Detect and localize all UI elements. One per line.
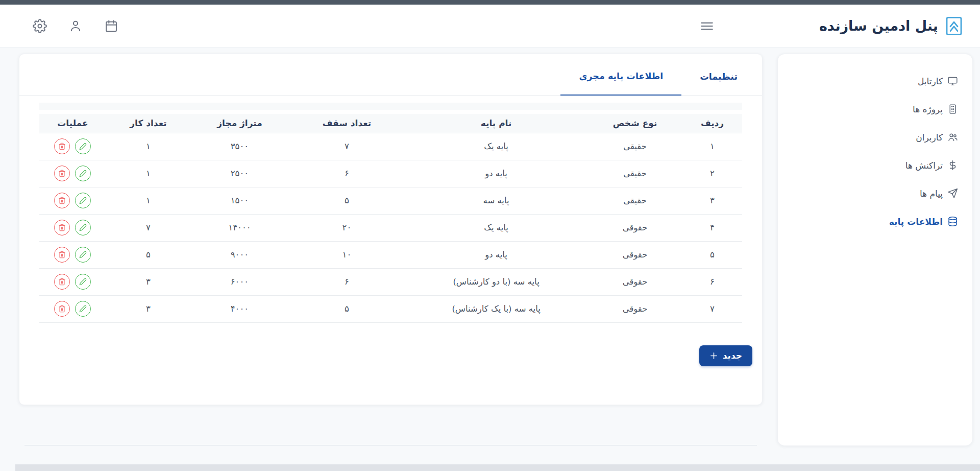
column-header-ceiling-count: تعداد سقف [289,114,405,133]
edit-button[interactable] [75,166,91,181]
new-button-label: جدید [723,350,742,361]
new-button[interactable]: جدید [699,345,752,366]
cell-operations [39,133,106,160]
table-actions: جدید [19,323,762,366]
cell-row-number: ۱ [682,133,742,160]
delete-button[interactable] [54,301,70,317]
cell-operations [39,214,106,241]
cell-row-number: ۴ [682,214,742,241]
cell-base-name: پایه سه (با دو کارشناس) [405,268,587,295]
cell-operations [39,241,106,268]
sidebar-item-label: تراکنش ها [905,160,943,171]
delete-button[interactable] [54,220,70,236]
base-info-table: ردیف نوع شخص نام پایه تعداد سقف متراژ مج… [39,114,742,323]
delete-button[interactable] [54,247,70,263]
cell-base-name: پایه یک [405,133,587,160]
table-row: ۱ حقیقی پایه یک ۷ ۳۵۰۰ ۱ [39,133,742,160]
cell-allowed-area: ۴۰۰۰ [190,295,289,322]
sidebar-item-base-info[interactable]: اطلاعات پایه [778,207,958,236]
content-divider [24,445,757,445]
cell-allowed-area: ۱۴۰۰۰ [190,214,289,241]
table-row: ۶ حقوقی پایه سه (با دو کارشناس) ۶ ۶۰۰۰ ۳ [39,268,742,295]
horizontal-scrollbar[interactable] [15,464,980,471]
cell-person-type: حقوقی [587,295,682,322]
sidebar-item-label: کاربران [916,132,943,143]
sidebar-item-projects[interactable]: پروژه ها [778,95,958,123]
delete-button[interactable] [54,166,70,181]
sidebar-item-users[interactable]: کاربران [778,123,958,151]
delete-button[interactable] [54,193,70,208]
gear-icon[interactable] [33,19,47,33]
table-row: ۳ حقیقی پایه سه ۵ ۱۵۰۰ ۱ [39,187,742,214]
sidebar-item-label: اطلاعات پایه [889,217,943,227]
sidebar-item-label: کارتابل [918,76,943,86]
sidebar: کارتابل پروژه ها کاربران [777,54,973,446]
edit-button[interactable] [75,220,91,236]
user-icon[interactable] [68,19,83,33]
cell-person-type: حقیقی [587,187,682,214]
table-row: ۷ حقوقی پایه سه (با یک کارشناس) ۵ ۴۰۰۰ ۳ [39,295,742,322]
table-header-row: ردیف نوع شخص نام پایه تعداد سقف متراژ مج… [39,114,742,133]
cell-allowed-area: ۶۰۰۰ [190,268,289,295]
brand: پنل ادمین سازنده [819,15,965,37]
sidebar-item-cartable[interactable]: کارتابل [778,67,958,95]
tab-bar: تنظیمات اطلاعات پایه مجری [19,54,762,96]
sidebar-item-label: پروژه ها [913,104,943,114]
monitor-icon [947,76,958,86]
edit-button[interactable] [75,274,91,290]
column-header-base-name: نام پایه [405,114,587,133]
hamburger-menu-icon[interactable] [699,18,715,34]
cell-row-number: ۵ [682,241,742,268]
edit-button[interactable] [75,301,91,317]
cell-allowed-area: ۹۰۰۰ [190,241,289,268]
table-row: ۴ حقوقی پایه یک ۲۰ ۱۴۰۰۰ ۷ [39,214,742,241]
cell-ceiling-count: ۱۰ [289,241,405,268]
cell-operations [39,160,106,187]
column-header-allowed-area: متراژ مجاز [190,114,289,133]
table-body: ۱ حقیقی پایه یک ۷ ۳۵۰۰ ۱ [39,133,742,322]
main-panel: تنظیمات اطلاعات پایه مجری ردیف نوع شخص ن… [19,54,763,405]
column-header-row-number: ردیف [682,114,742,133]
cell-person-type: حقوقی [587,241,682,268]
cell-work-count: ۱ [106,133,190,160]
cell-person-type: حقیقی [587,133,682,160]
cell-person-type: حقیقی [587,160,682,187]
cell-work-count: ۵ [106,241,190,268]
cell-ceiling-count: ۵ [289,187,405,214]
cell-ceiling-count: ۵ [289,295,405,322]
cell-row-number: ۶ [682,268,742,295]
cell-ceiling-count: ۷ [289,133,405,160]
cell-work-count: ۳ [106,295,190,322]
cell-base-name: پایه دو [405,160,587,187]
cell-row-number: ۳ [682,187,742,214]
cell-ceiling-count: ۶ [289,268,405,295]
edit-button[interactable] [75,193,91,208]
edit-button[interactable] [75,138,91,154]
cell-base-name: پایه دو [405,241,587,268]
app-header: پنل ادمین سازنده [0,5,980,48]
edit-button[interactable] [75,247,91,263]
cell-work-count: ۳ [106,268,190,295]
cell-allowed-area: ۳۵۰۰ [190,133,289,160]
plus-icon [709,351,718,360]
table-top-strip [39,103,742,110]
cell-base-name: پایه سه [405,187,587,214]
cell-base-name: پایه یک [405,214,587,241]
building-icon [947,104,958,114]
users-icon [947,132,958,143]
tab-settings[interactable]: تنظیمات [681,72,756,95]
delete-button[interactable] [54,138,70,154]
cell-work-count: ۷ [106,214,190,241]
sidebar-item-label: پیام ها [920,189,943,199]
column-header-person-type: نوع شخص [587,114,682,133]
sidebar-item-messages[interactable]: پیام ها [778,179,958,207]
table-row: ۲ حقیقی پایه دو ۶ ۲۵۰۰ ۱ [39,160,742,187]
sidebar-item-transactions[interactable]: تراکنش ها [778,151,958,179]
column-header-work-count: تعداد کار [106,114,190,133]
calendar-icon[interactable] [104,19,118,33]
tab-base-info-executor[interactable]: اطلاعات پایه مجری [560,71,681,96]
page-title: پنل ادمین سازنده [819,18,938,34]
cell-person-type: حقوقی [587,214,682,241]
cell-operations [39,187,106,214]
delete-button[interactable] [54,274,70,290]
